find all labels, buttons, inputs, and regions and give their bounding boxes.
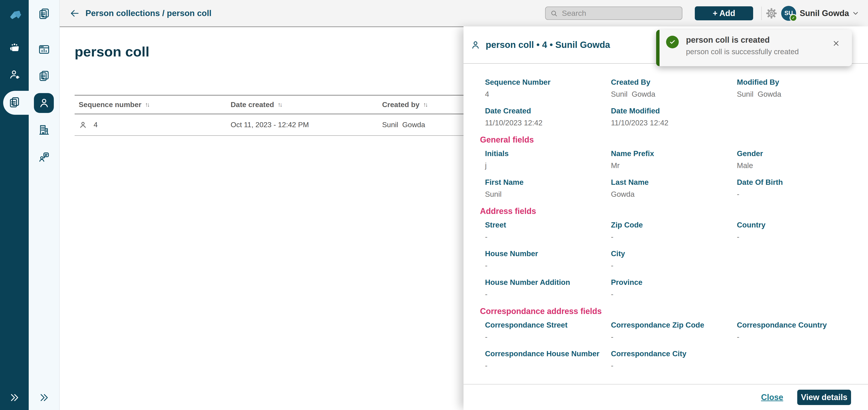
field-row: Date Created 11/10/2023 12:42 Date Modif…: [485, 106, 859, 127]
search-input[interactable]: [545, 6, 682, 20]
double-chevron-icon: [9, 392, 20, 403]
column-label: Created by: [382, 101, 420, 109]
field-label: House Number: [485, 249, 611, 258]
field-house-number-addition: House Number Addition -: [485, 278, 611, 299]
cell-date-created: Oct 11, 2023 - 12:42 PM: [230, 121, 382, 129]
field-label: Correspondance House Number: [485, 349, 611, 358]
field-value: Sunil Gowda: [737, 90, 859, 99]
field-last-name: Last Name Gowda: [611, 178, 737, 199]
section-title: Correspondance address fields: [480, 307, 859, 316]
add-button[interactable]: + Add: [695, 6, 753, 20]
detail-panel-footer: Close View details: [464, 384, 868, 410]
collections-shortcut[interactable]: [29, 6, 59, 22]
field-label: Last Name: [611, 178, 737, 187]
field-house-number: House Number -: [485, 249, 611, 270]
documents-icon: [38, 70, 50, 82]
column-header-2: Created by ↑↓: [382, 101, 464, 109]
field-value: -: [737, 190, 859, 199]
status-badge-icon: ✓: [789, 14, 797, 22]
toast-title: person coll is created: [686, 35, 770, 45]
contact-chat-icon: [38, 151, 50, 163]
user-name[interactable]: Sunil Gowda: [800, 9, 849, 18]
close-link[interactable]: Close: [761, 392, 783, 402]
view-details-button[interactable]: View details: [797, 390, 851, 405]
section-title: General fields: [480, 135, 859, 144]
section-title: Address fields: [480, 206, 859, 216]
field-province: Province -: [611, 278, 737, 299]
field-value: -: [485, 261, 611, 270]
person-icon: [79, 121, 87, 129]
back-arrow-icon[interactable]: [70, 8, 80, 18]
field-value: -: [737, 233, 859, 241]
field-value: Gowda: [611, 190, 737, 199]
field-value: Male: [737, 161, 859, 170]
field-gender: Gender Male: [737, 149, 859, 170]
field-value: Sunil: [485, 190, 611, 199]
secondary-nav-documents[interactable]: [29, 66, 59, 86]
field-date-of-birth: Date Of Birth -: [737, 178, 859, 199]
avatar[interactable]: SU ✓: [781, 6, 796, 21]
success-check-icon: [666, 36, 679, 48]
detail-panel-body: Sequence Number 4 Created By Sunil Gowda…: [464, 64, 868, 384]
secondary-nav-organization[interactable]: [29, 119, 59, 140]
header-divider: [761, 6, 762, 20]
primary-sidebar: [0, 0, 29, 410]
logo-icon: [6, 6, 23, 23]
primary-nav-collections[interactable]: [0, 92, 29, 113]
primary-nav-workspace[interactable]: [0, 38, 29, 59]
field-sequence-number: Sequence Number 4: [485, 78, 611, 99]
table-row[interactable]: 4 Oct 11, 2023 - 12:42 PM Sunil Gowda: [74, 114, 464, 136]
sort-toggle-icon[interactable]: ↑↓: [145, 101, 150, 108]
field-row: Initials j Name Prefix Mr Gender Male: [485, 149, 859, 170]
collections-icon: [8, 96, 21, 109]
brand-logo[interactable]: [0, 0, 29, 29]
field-label: Modified By: [737, 78, 859, 87]
field-row: Street - Zip Code - Country -: [485, 220, 859, 241]
field-city: City -: [611, 249, 737, 270]
breadcrumb[interactable]: Person collections / person coll: [86, 9, 211, 18]
column-label: Sequence number: [79, 101, 141, 109]
field-initials: Initials j: [485, 149, 611, 170]
field-correspondance-house-number: Correspondance House Number -: [485, 349, 611, 370]
primary-sidebar-collapse-button[interactable]: [0, 390, 29, 406]
field-row: Sequence Number 4 Created By Sunil Gowda…: [485, 78, 859, 99]
field-label: Created By: [611, 78, 737, 87]
secondary-nav-person[interactable]: [29, 93, 59, 113]
field-label: Correspondance Zip Code: [611, 320, 737, 330]
gear-icon[interactable]: [765, 7, 778, 20]
field-created-by: Created By Sunil Gowda: [611, 78, 737, 99]
toast-accent-bar: [656, 30, 659, 66]
field-zip-code: Zip Code -: [611, 220, 737, 241]
field-row: Correspondance House Number - Correspond…: [485, 349, 859, 370]
field-value: j: [485, 161, 611, 170]
field-value: -: [485, 333, 611, 342]
field-value: 4: [485, 90, 611, 99]
organization-icon: [38, 124, 50, 136]
field-value: -: [611, 290, 737, 299]
field-label: Province: [611, 278, 737, 287]
field-correspondance-zip-code: Correspondance Zip Code -: [611, 320, 737, 342]
field-label: Name Prefix: [611, 149, 737, 158]
primary-nav-user-settings[interactable]: [0, 65, 29, 86]
secondary-nav-dashboard[interactable]: [29, 39, 59, 60]
chevron-down-icon[interactable]: [852, 9, 860, 17]
field-row: Correspondance Street - Correspondance Z…: [485, 320, 859, 342]
field-label: Correspondance City: [611, 349, 737, 358]
secondary-nav-contact-chat[interactable]: [29, 147, 59, 167]
field-label: Zip Code: [611, 220, 737, 230]
field-row: First Name Sunil Last Name Gowda Date Of…: [485, 178, 859, 199]
sort-toggle-icon[interactable]: ↑↓: [423, 101, 428, 108]
workspace-icon: [8, 42, 21, 55]
secondary-sidebar-collapse-button[interactable]: [29, 390, 59, 406]
sort-toggle-icon[interactable]: ↑↓: [278, 101, 283, 108]
field-name-prefix: Name Prefix Mr: [611, 149, 737, 170]
field-label: City: [611, 249, 737, 258]
cell-sequence: 4: [94, 121, 98, 129]
field-date-modified: Date Modified 11/10/2023 12:42: [611, 106, 737, 127]
field-value: -: [485, 290, 611, 299]
field-label: First Name: [485, 178, 611, 187]
toast-close-icon[interactable]: [832, 39, 840, 47]
field-label: House Number Addition: [485, 278, 611, 287]
field-label: Gender: [737, 149, 859, 158]
table-header: Sequence number ↑↓ Date created ↑↓ Creat…: [74, 95, 464, 114]
